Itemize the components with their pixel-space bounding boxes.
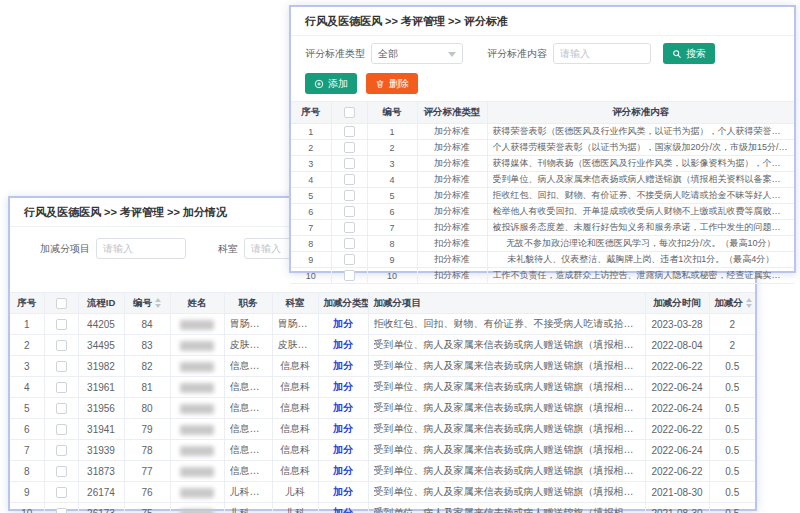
row-checkbox[interactable] [56, 340, 67, 351]
bonus-table-row: 8 31873 77 信息科科长 信息科 加分 受到单位、病人及家属来信表扬或病… [10, 461, 755, 482]
cell-code: 6 [367, 204, 417, 220]
bonus-item-input[interactable] [103, 243, 179, 254]
standard-content-text: 检举他人有收受回扣、开单提成或收受病人财物不上缴或乱收费等腐败行为和不正之风，且… [493, 205, 790, 218]
row-checkbox[interactable] [56, 319, 67, 330]
standards-type-select[interactable]: 全部 [371, 43, 463, 64]
row-checkbox[interactable] [344, 158, 355, 169]
cell-code: 84 [124, 314, 170, 335]
standards-table-row: 2 2 加分标准 个人获得劳模荣誉表彰（以证书为据），国家级加20分/次，市级加… [291, 140, 794, 156]
cell-score: 2 [709, 314, 755, 335]
bonus-type-link[interactable]: 加分 [333, 465, 353, 476]
cell-index: 2 [291, 140, 331, 156]
row-checkbox[interactable] [344, 270, 355, 281]
row-checkbox[interactable] [344, 206, 355, 217]
cell-dept: 信息科 [272, 440, 318, 461]
bonus-item-input-box [96, 238, 186, 259]
row-checkbox[interactable] [56, 403, 67, 414]
select-all-checkbox[interactable] [344, 107, 355, 118]
cell-score: 0.5 [709, 377, 755, 398]
cell-flow-id: 31941 [78, 419, 124, 440]
search-button[interactable]: 搜索 [663, 43, 715, 64]
cell-content: 个人获得劳模荣誉表彰（以证书为据），国家级加20分/次，市级加15分/次，区级加… [487, 140, 794, 156]
standards-content-label: 评分标准内容 [487, 47, 547, 61]
cell-index: 10 [10, 503, 44, 513]
cell-checkbox [44, 503, 78, 513]
bonus-type-link[interactable]: 加分 [333, 507, 353, 513]
bonus-type-link[interactable]: 加分 [333, 381, 353, 392]
cell-code: 9 [367, 252, 417, 268]
cell-time: 2022-06-22 [645, 461, 709, 482]
row-checkbox[interactable] [56, 424, 67, 435]
cell-type: 加分 [318, 314, 368, 335]
cell-item: 受到单位、病人及家属来信表扬或病人赠送锦旗（填报相关资料以备案登记为准）给个人… [368, 398, 645, 419]
delete-button[interactable]: 删除 [366, 73, 418, 94]
header-code-sortable[interactable]: 编号 [124, 293, 170, 314]
standard-content-text: 拒收红包、回扣、财物、有价证券、不接受病人吃请或拾金不昧等好人好事的（填报相关资… [493, 189, 790, 202]
row-checkbox[interactable] [344, 222, 355, 233]
bonus-type-link[interactable]: 加分 [333, 444, 353, 455]
bonus-item-text: 受到单位、病人及家属来信表扬或病人赠送锦旗（填报相关资料以备案登记为准）给个人… [374, 380, 640, 394]
cell-code: 80 [124, 398, 170, 419]
cell-checkbox [44, 335, 78, 356]
row-checkbox[interactable] [56, 466, 67, 477]
cell-code: 10 [367, 268, 417, 284]
cell-name [170, 419, 224, 440]
cell-type: 加分标准 [417, 156, 487, 172]
cell-type: 加分标准 [417, 140, 487, 156]
cell-name [170, 377, 224, 398]
bonus-table-row: 1 44205 84 胃肠（临… 胃肠（临… 加分 拒收红包、回扣、财物、有价证… [10, 314, 755, 335]
trash-icon [375, 79, 385, 89]
cell-item: 受到单位、病人及家属来信表扬或病人赠送锦旗（填报相关资料以备案登记为准）给个人… [368, 461, 645, 482]
header-name: 姓名 [170, 293, 224, 314]
cell-item: 受到单位、病人及家属来信表扬或病人赠送锦旗（填报相关资料以备案登记为准）给个人… [368, 440, 645, 461]
row-checkbox[interactable] [56, 487, 67, 498]
select-all-checkbox[interactable] [56, 298, 67, 309]
bonus-type-link[interactable]: 加分 [333, 402, 353, 413]
cell-code: 82 [124, 356, 170, 377]
header-select-all [331, 102, 367, 124]
row-checkbox[interactable] [56, 445, 67, 456]
cell-dept: 儿科 [272, 482, 318, 503]
cell-code: 77 [124, 461, 170, 482]
row-checkbox[interactable] [56, 382, 67, 393]
row-checkbox[interactable] [56, 508, 67, 513]
redacted-name [180, 509, 214, 513]
bonus-type-link[interactable]: 加分 [333, 360, 353, 371]
bonus-table-row: 5 31956 80 信息科科员 信息科 加分 受到单位、病人及家属来信表扬或病… [10, 398, 755, 419]
row-checkbox[interactable] [344, 238, 355, 249]
cell-index: 4 [291, 172, 331, 188]
cell-score: 0.5 [709, 419, 755, 440]
bonus-item-text: 受到单位、病人及家属来信表扬或病人赠送锦旗（填报相关资料以备案登记为准）给个人… [374, 506, 640, 513]
standards-table-row: 4 4 加分标准 受到单位、病人及家属来信表扬或病人赠送锦旗（填报相关资料以备案… [291, 172, 794, 188]
cell-title: 儿科护士 [224, 482, 272, 503]
cell-index: 6 [10, 419, 44, 440]
bonus-type-link[interactable]: 加分 [333, 339, 353, 350]
row-checkbox[interactable] [344, 174, 355, 185]
cell-type: 加分 [318, 398, 368, 419]
row-checkbox[interactable] [344, 142, 355, 153]
cell-name [170, 482, 224, 503]
add-button[interactable]: 添加 [305, 73, 357, 94]
header-type: 评分标准类型 [417, 102, 487, 124]
cell-score: 0.5 [709, 398, 755, 419]
cell-title: 信息科科长 [224, 461, 272, 482]
cell-checkbox [331, 268, 367, 284]
row-checkbox[interactable] [56, 361, 67, 372]
standards-content-input[interactable] [560, 48, 644, 59]
row-checkbox[interactable] [344, 254, 355, 265]
cell-checkbox [331, 188, 367, 204]
bonus-table-body: 1 44205 84 胃肠（临… 胃肠（临… 加分 拒收红包、回扣、财物、有价证… [10, 314, 755, 513]
cell-type: 加分 [318, 356, 368, 377]
cell-item: 受到单位、病人及家属来信表扬或病人赠送锦旗（填报相关资料以备案登记为准）给个人… [368, 356, 645, 377]
cell-code: 7 [367, 220, 417, 236]
bonus-table-row: 9 26174 76 儿科护士 儿科 加分 受到单位、病人及家属来信表扬或病人赠… [10, 482, 755, 503]
bonus-type-link[interactable]: 加分 [333, 318, 353, 329]
bonus-type-link[interactable]: 加分 [333, 486, 353, 497]
bonus-type-link[interactable]: 加分 [333, 423, 353, 434]
header-score-sortable[interactable]: 加减分 [709, 293, 755, 314]
sort-icon [746, 295, 752, 311]
row-checkbox[interactable] [344, 190, 355, 201]
header-content: 评分标准内容 [487, 102, 794, 124]
bonus-item-text: 受到单位、病人及家属来信表扬或病人赠送锦旗（填报相关资料以备案登记为准）给个人… [374, 338, 640, 352]
row-checkbox[interactable] [344, 126, 355, 137]
